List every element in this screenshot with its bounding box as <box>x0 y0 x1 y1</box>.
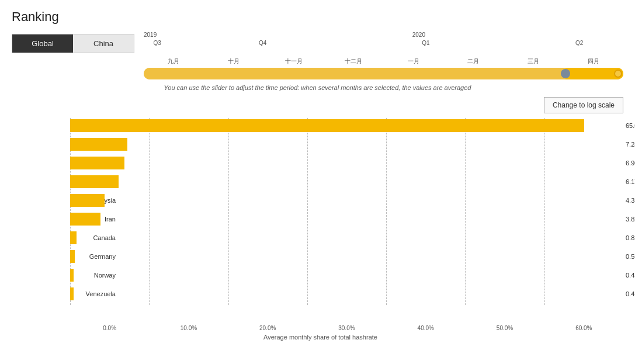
bar-row: Venezuela0.42% <box>70 286 623 301</box>
bar-row: United States7.24% <box>70 137 623 152</box>
bar-wrap: 0.42% <box>70 286 623 301</box>
chart-area: Change to log scale China65.08%United St… <box>12 97 623 341</box>
quarter-q3: Q3 <box>153 40 161 46</box>
bar-row: Russia6.90% <box>70 155 623 171</box>
bar-fill <box>70 157 124 169</box>
year-2020: 2020 <box>412 32 425 38</box>
main-container: Ranking Global China 2019 2020 Q3 Q4 Q1 … <box>0 0 635 364</box>
bar-fill <box>70 138 127 151</box>
bar-value-label: 4.33% <box>626 197 635 204</box>
log-scale-btn-row: Change to log scale <box>18 97 623 113</box>
month-4: 一月 <box>384 57 444 65</box>
bar-value-label: 0.56% <box>626 253 635 260</box>
month-7: 四月 <box>563 57 623 65</box>
bar-fill <box>70 119 584 132</box>
bar-row: Germany0.56% <box>70 249 623 264</box>
bar-fill <box>70 213 100 226</box>
x-label-40: 40.0% <box>386 325 465 331</box>
bar-row: Malaysia4.33% <box>70 193 623 208</box>
slider-handle-right[interactable] <box>614 70 622 78</box>
timeline-top-labels: 2019 2020 Q3 Q4 Q1 Q2 <box>144 32 623 57</box>
bar-wrap: 6.17% <box>70 174 623 189</box>
x-label-0: 0.0% <box>70 325 149 331</box>
bar-value-label: 65.08% <box>626 122 635 129</box>
bar-row: Canada0.82% <box>70 230 623 245</box>
bar-value-label: 0.42% <box>626 290 635 297</box>
month-6: 三月 <box>504 57 564 65</box>
bar-wrap: 6.90% <box>70 155 623 171</box>
bar-row: Kazakhstan6.17% <box>70 174 623 189</box>
bar-value-label: 6.90% <box>626 160 635 167</box>
x-label-60: 60.0% <box>544 325 623 331</box>
timeline-section: 2019 2020 Q3 Q4 Q1 Q2 九月 十月 十一月 十二月 一月 二… <box>144 32 623 79</box>
bar-fill <box>70 231 77 244</box>
quarter-q2: Q2 <box>575 40 583 46</box>
tab-group: Global China <box>12 34 134 53</box>
bar-wrap: 7.24% <box>70 137 623 152</box>
quarter-q1-2020: Q1 <box>422 40 429 46</box>
bar-chart: China65.08%United States7.24%Russia6.90%… <box>18 118 623 323</box>
bar-row: China65.08% <box>70 118 623 133</box>
bar-value-label: 0.48% <box>626 272 635 279</box>
month-2: 十一月 <box>263 57 324 65</box>
log-scale-button[interactable]: Change to log scale <box>544 97 623 113</box>
tab-global[interactable]: Global <box>12 34 73 53</box>
bar-wrap: 65.08% <box>70 118 623 133</box>
x-axis-labels: 0.0% 10.0% 20.0% 30.0% 40.0% 50.0% 60.0% <box>18 325 623 331</box>
year-2019: 2019 <box>144 32 157 38</box>
bar-value-label: 0.82% <box>626 234 635 241</box>
month-0: 九月 <box>144 57 204 65</box>
x-label-10: 10.0% <box>149 325 228 331</box>
bar-value-label: 6.17% <box>626 178 635 185</box>
month-5: 二月 <box>443 57 504 65</box>
page-title: Ranking <box>12 9 623 25</box>
x-label-50: 50.0% <box>465 325 544 331</box>
month-3: 十二月 <box>324 57 384 65</box>
month-labels-row: 九月 十月 十一月 十二月 一月 二月 三月 四月 <box>144 57 623 65</box>
bar-wrap: 3.82% <box>70 212 623 227</box>
bar-fill <box>70 287 74 300</box>
bar-fill <box>70 194 105 207</box>
bar-row: Iran3.82% <box>70 212 623 227</box>
bar-wrap: 0.56% <box>70 249 623 264</box>
bar-rows: China65.08%United States7.24%Russia6.90%… <box>70 118 623 301</box>
quarter-q4: Q4 <box>259 40 266 46</box>
bar-wrap: 0.82% <box>70 230 623 245</box>
x-label-20: 20.0% <box>228 325 307 331</box>
timeline-info: You can use the slider to adjust the tim… <box>12 84 623 91</box>
top-section: Global China 2019 2020 Q3 Q4 Q1 Q2 九月 十月… <box>12 32 623 79</box>
x-label-30: 30.0% <box>307 325 386 331</box>
bar-value-label: 3.82% <box>626 216 635 223</box>
bar-wrap: 0.48% <box>70 268 623 283</box>
bar-value-label: 7.24% <box>626 141 635 148</box>
timeline-slider[interactable] <box>144 68 623 79</box>
bar-fill <box>70 250 75 263</box>
bar-fill <box>70 175 119 188</box>
month-1: 十月 <box>204 57 264 65</box>
tab-china[interactable]: China <box>73 34 134 53</box>
bar-wrap: 4.33% <box>70 193 623 208</box>
bar-fill <box>70 269 74 282</box>
bar-row: Norway0.48% <box>70 268 623 283</box>
x-axis-title: Average monthly share of total hashrate <box>18 334 623 341</box>
